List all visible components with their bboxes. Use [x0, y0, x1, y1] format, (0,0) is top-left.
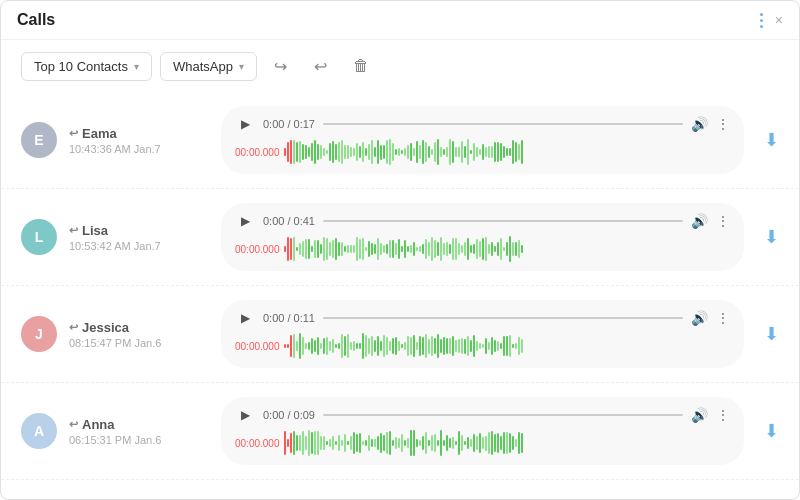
- waveform[interactable]: [284, 235, 731, 263]
- whatsapp-filter[interactable]: WhatsApp ▾: [160, 52, 257, 81]
- audio-player: ▶ 0:00 / 0:09 🔊 ⋮ 00:00.000: [221, 397, 744, 465]
- call-timestamp: 06:15:31 PM Jan.6: [69, 434, 209, 446]
- volume-icon[interactable]: 🔊: [691, 116, 708, 132]
- waveform-bar: [320, 436, 322, 449]
- waveform-bar: [299, 435, 301, 451]
- avatar: A: [21, 413, 57, 449]
- waveform-bar: [332, 141, 334, 164]
- volume-icon[interactable]: 🔊: [691, 213, 708, 229]
- player-controls: ▶ 0:00 / 0:41 🔊 ⋮: [235, 211, 730, 231]
- volume-icon[interactable]: 🔊: [691, 407, 708, 423]
- top-contacts-filter[interactable]: Top 10 Contacts ▾: [21, 52, 152, 81]
- waveform-bar: [401, 344, 403, 349]
- waveform-bar: [311, 432, 313, 454]
- reply-call-icon: ↩: [69, 127, 78, 140]
- waveform-bar: [314, 140, 316, 164]
- play-button[interactable]: ▶: [235, 211, 255, 231]
- waveform-bar: [293, 431, 295, 455]
- waveform-bar: [479, 343, 481, 348]
- waveform-bar: [509, 433, 511, 453]
- waveform-bar: [497, 433, 499, 452]
- waveform-bar: [470, 340, 472, 351]
- waveform-bar: [332, 436, 334, 450]
- waveform-bar: [425, 334, 427, 357]
- more-options-icon[interactable]: ⋮: [716, 116, 730, 132]
- waveform-bar: [368, 338, 370, 355]
- call-timestamp: 10:43:36 AM Jan.7: [69, 143, 209, 155]
- grid-icon[interactable]: [760, 13, 763, 28]
- waveform-bar: [521, 433, 523, 452]
- waveform-bar: [425, 432, 427, 455]
- waveform-bar: [491, 146, 493, 157]
- waveform[interactable]: [284, 332, 731, 360]
- waveform-bar: [437, 139, 439, 165]
- waveform-bar: [290, 238, 292, 261]
- more-options-icon[interactable]: ⋮: [716, 310, 730, 326]
- whatsapp-label: WhatsApp: [173, 59, 233, 74]
- waveform-bar: [359, 239, 361, 259]
- play-button[interactable]: ▶: [235, 405, 255, 425]
- waveform-bar: [305, 145, 307, 158]
- call-name: ↩ Lisa: [69, 223, 209, 238]
- waveform-bar: [521, 339, 523, 353]
- waveform-bar: [518, 337, 520, 356]
- waveform-bar: [410, 245, 412, 253]
- waveform-bar: [353, 432, 355, 453]
- waveform-bar: [431, 149, 433, 155]
- waveform-bar: [383, 245, 385, 252]
- reply-button[interactable]: ↩: [305, 50, 337, 82]
- download-button[interactable]: ⬇: [764, 226, 779, 248]
- forward-button[interactable]: ↪: [265, 50, 297, 82]
- delete-button[interactable]: 🗑: [345, 50, 377, 82]
- download-button[interactable]: ⬇: [764, 420, 779, 442]
- close-icon[interactable]: ×: [775, 12, 783, 28]
- waveform-bar: [353, 341, 355, 352]
- download-button[interactable]: ⬇: [764, 129, 779, 151]
- waveform-bar: [308, 147, 310, 157]
- waveform-bar: [347, 334, 349, 358]
- waveform-bar: [335, 238, 337, 259]
- progress-bar[interactable]: [323, 220, 683, 222]
- waveform-bar: [467, 437, 469, 450]
- play-button[interactable]: ▶: [235, 114, 255, 134]
- progress-bar[interactable]: [323, 317, 683, 319]
- more-options-icon[interactable]: ⋮: [716, 213, 730, 229]
- time-display: 0:00 / 0:09: [263, 409, 315, 421]
- waveform-bar: [386, 337, 388, 354]
- waveform-bar: [347, 245, 349, 253]
- avatar: J: [21, 316, 57, 352]
- waveform-bar: [344, 145, 346, 158]
- more-options-icon[interactable]: ⋮: [716, 407, 730, 423]
- waveform-bar: [311, 338, 313, 354]
- waveform-bar: [422, 140, 424, 164]
- waveform-bar: [284, 246, 286, 252]
- waveform-bar: [314, 431, 316, 454]
- progress-bar[interactable]: [323, 123, 683, 125]
- waveform-bar: [305, 239, 307, 260]
- download-button[interactable]: ⬇: [764, 323, 779, 345]
- waveform-bar: [323, 237, 325, 260]
- waveform-bar: [440, 237, 442, 260]
- waveform-bar: [362, 441, 364, 446]
- call-info: ↩ Eama 10:43:36 AM Jan.7: [69, 126, 209, 155]
- call-name: ↩ Eama: [69, 126, 209, 141]
- waveform-bar: [299, 243, 301, 256]
- waveform[interactable]: [284, 429, 731, 457]
- waveform-bar: [305, 436, 307, 449]
- waveform-bar: [404, 440, 406, 446]
- waveform-bar: [512, 344, 514, 348]
- waveform-bar: [506, 432, 508, 453]
- waveform-bar: [314, 340, 316, 352]
- waveform-bar: [455, 147, 457, 157]
- waveform-bar: [416, 141, 418, 164]
- waveform-bar: [449, 139, 451, 165]
- progress-bar[interactable]: [323, 414, 683, 416]
- waveform-bar: [389, 431, 391, 455]
- waveform-bar: [449, 438, 451, 449]
- waveform-bar: [494, 340, 496, 352]
- play-button[interactable]: ▶: [235, 308, 255, 328]
- call-row: J ↩ Jessica 08:15:47 PM Jan.6 ▶ 0:00 / 0…: [1, 286, 799, 383]
- waveform-bar: [347, 145, 349, 160]
- waveform[interactable]: [284, 138, 731, 166]
- volume-icon[interactable]: 🔊: [691, 310, 708, 326]
